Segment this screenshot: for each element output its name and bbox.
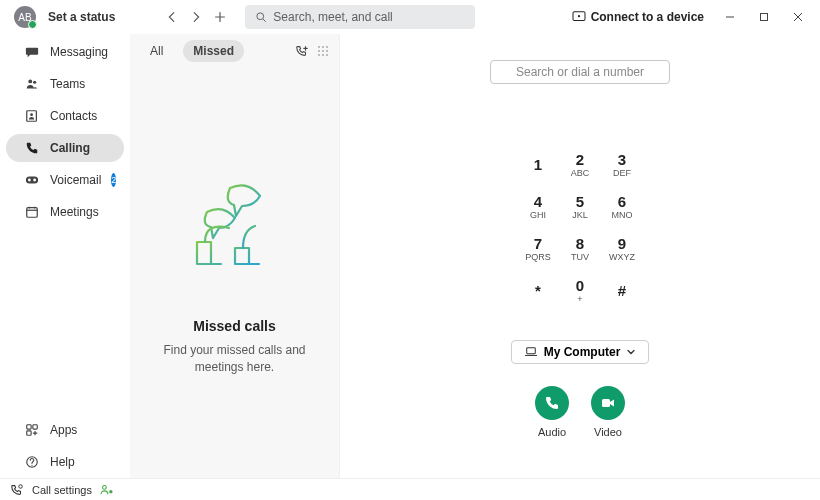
dialpad-toggle-icon[interactable]: [317, 45, 329, 57]
audio-call-button[interactable]: Audio: [535, 386, 569, 438]
svg-rect-27: [602, 399, 610, 407]
video-label: Video: [594, 426, 622, 438]
empty-subtitle: Find your missed calls and meetings here…: [150, 342, 319, 376]
video-call-button[interactable]: Video: [591, 386, 625, 438]
dialpad-key-8[interactable]: 8TUV: [559, 228, 601, 270]
phone-icon: [24, 140, 40, 156]
sidebar: Messaging Teams Contacts Calling Voicema…: [0, 34, 130, 478]
svg-point-28: [19, 484, 23, 488]
dialpad-key-1[interactable]: 1: [517, 144, 559, 186]
cast-icon: [572, 11, 586, 23]
svg-point-23: [318, 54, 320, 56]
window-close-button[interactable]: [784, 6, 812, 28]
window-minimize-button[interactable]: [716, 6, 744, 28]
sidebar-item-label: Meetings: [50, 205, 99, 219]
window-maximize-button[interactable]: [750, 6, 778, 28]
presence-dot: [28, 20, 37, 29]
device-label: My Computer: [544, 345, 621, 359]
dialpad: 1 2ABC 3DEF 4GHI 5JKL 6MNO 7PQRS 8TUV 9W…: [517, 144, 643, 312]
svg-rect-3: [761, 14, 768, 21]
audio-label: Audio: [538, 426, 566, 438]
connect-device-button[interactable]: Connect to a device: [566, 10, 710, 24]
device-select-button[interactable]: My Computer: [511, 340, 650, 364]
chevron-down-icon: [626, 347, 636, 357]
voicemail-icon: [24, 172, 40, 188]
avatar[interactable]: AB: [14, 6, 36, 28]
dialpad-key-0[interactable]: 0+: [559, 270, 601, 312]
dialpad-key-4[interactable]: 4GHI: [517, 186, 559, 228]
dialpad-key-2[interactable]: 2ABC: [559, 144, 601, 186]
svg-point-10: [33, 179, 36, 182]
call-actions: Audio Video: [535, 386, 625, 438]
svg-rect-26: [526, 348, 535, 354]
sidebar-item-label: Calling: [50, 141, 90, 155]
help-icon: [24, 454, 40, 470]
phone-icon: [544, 395, 560, 411]
svg-point-24: [322, 54, 324, 56]
svg-point-4: [28, 79, 32, 83]
people-icon: [24, 76, 40, 92]
global-search[interactable]: Search, meet, and call: [245, 5, 475, 29]
svg-rect-13: [33, 425, 37, 429]
dialpad-key-6[interactable]: 6MNO: [601, 186, 643, 228]
contacts-icon: [24, 108, 40, 124]
dialpad-key-5[interactable]: 5JKL: [559, 186, 601, 228]
svg-point-9: [28, 179, 31, 182]
svg-point-7: [30, 113, 33, 116]
svg-point-0: [257, 13, 264, 20]
status-bar: Call settings: [0, 478, 820, 500]
dial-input[interactable]: [490, 60, 670, 84]
sidebar-item-contacts[interactable]: Contacts: [6, 102, 124, 130]
dialpad-key-7[interactable]: 7PQRS: [517, 228, 559, 270]
new-call-icon[interactable]: [295, 44, 309, 58]
svg-point-18: [322, 46, 324, 48]
svg-point-17: [318, 46, 320, 48]
svg-rect-11: [27, 208, 38, 218]
empty-title: Missed calls: [193, 318, 276, 334]
sidebar-item-voicemail[interactable]: Voicemail 2: [6, 166, 124, 194]
video-icon: [600, 395, 616, 411]
sidebar-item-label: Contacts: [50, 109, 97, 123]
svg-rect-14: [27, 431, 31, 435]
nav-back-button[interactable]: [161, 6, 183, 28]
sidebar-item-teams[interactable]: Teams: [6, 70, 124, 98]
svg-point-21: [322, 50, 324, 52]
tab-all[interactable]: All: [140, 40, 173, 62]
laptop-icon: [524, 346, 538, 358]
call-settings-icon[interactable]: [10, 483, 24, 497]
sidebar-item-meetings[interactable]: Meetings: [6, 198, 124, 226]
svg-point-19: [326, 46, 328, 48]
dialpad-key-hash[interactable]: #: [601, 270, 643, 312]
call-list-tabs: All Missed: [130, 34, 339, 68]
global-search-placeholder: Search, meet, and call: [273, 10, 392, 24]
chat-icon: [24, 44, 40, 60]
sidebar-item-calling[interactable]: Calling: [6, 134, 124, 162]
empty-art-icon: [175, 170, 295, 290]
tab-missed[interactable]: Missed: [183, 40, 244, 62]
nav-forward-button[interactable]: [185, 6, 207, 28]
new-item-button[interactable]: [209, 6, 231, 28]
call-settings-label[interactable]: Call settings: [32, 484, 92, 496]
svg-point-30: [109, 490, 112, 493]
set-status-button[interactable]: Set a status: [48, 10, 115, 24]
empty-missed-calls: Missed calls Find your missed calls and …: [130, 68, 339, 478]
sidebar-item-label: Help: [50, 455, 75, 469]
calendar-icon: [24, 204, 40, 220]
sidebar-item-help[interactable]: Help: [6, 448, 124, 476]
call-presence-icon: [100, 484, 114, 496]
dialpad-key-3[interactable]: 3DEF: [601, 144, 643, 186]
svg-point-2: [578, 15, 580, 17]
sidebar-item-messaging[interactable]: Messaging: [6, 38, 124, 66]
svg-point-25: [326, 54, 328, 56]
svg-rect-8: [26, 177, 38, 184]
svg-point-29: [102, 485, 106, 489]
call-list-panel: All Missed Missed calls Find your missed…: [130, 34, 340, 478]
svg-point-20: [318, 50, 320, 52]
dialpad-panel: 1 2ABC 3DEF 4GHI 5JKL 6MNO 7PQRS 8TUV 9W…: [340, 34, 820, 478]
voicemail-badge: 2: [111, 173, 116, 187]
svg-point-16: [31, 465, 32, 466]
dialpad-key-star[interactable]: *: [517, 270, 559, 312]
dialpad-key-9[interactable]: 9WXYZ: [601, 228, 643, 270]
sidebar-item-label: Messaging: [50, 45, 108, 59]
sidebar-item-apps[interactable]: Apps: [6, 416, 124, 444]
